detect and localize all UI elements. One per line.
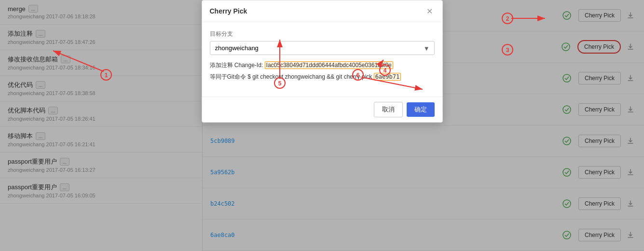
git-command: 等同于Git命令 $ git checkout zhongweichang &&… xyxy=(210,72,435,81)
modal-body: 目标分支 zhongweichang master develop ▼ 添加注释… xyxy=(202,22,442,97)
confirm-button[interactable]: 确定 xyxy=(407,102,435,117)
git-cmd-label: 等同于Git命令 $ git checkout zhongweichang &&… xyxy=(210,73,374,80)
cancel-button[interactable]: 取消 xyxy=(374,102,403,117)
branch-label: 目标分支 xyxy=(210,30,435,38)
branch-select-wrapper: zhongweichang master develop ▼ xyxy=(210,41,435,55)
change-id-value: Iac05c38049d71ddd06444afbdc4005e0361c3i0… xyxy=(265,61,393,69)
main-content: merge ... zhongweichang 2017-07-06 18:18… xyxy=(0,0,644,251)
cherry-pick-modal: Cherry Pick ✕ 目标分支 zhongweichang master … xyxy=(202,0,443,123)
branch-select[interactable]: zhongweichang master develop xyxy=(210,41,435,55)
git-cmd-hash: 6ae9b71 xyxy=(374,73,401,81)
modal-footer: 取消 确定 xyxy=(202,97,442,122)
modal-header: Cherry Pick ✕ xyxy=(202,0,442,22)
change-id-label: 添加注释 Change-Id: xyxy=(210,62,265,69)
modal-close-button[interactable]: ✕ xyxy=(425,6,435,16)
change-id-info: 添加注释 Change-Id: Iac05c38049d71ddd06444af… xyxy=(210,61,435,70)
modal-title: Cherry Pick xyxy=(210,7,247,15)
